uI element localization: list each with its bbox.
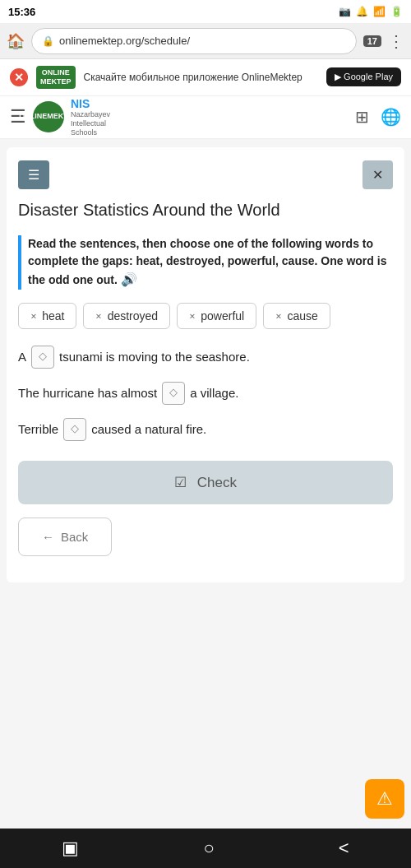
chip-powerful-cross: + <box>186 309 200 323</box>
chip-powerful[interactable]: + powerful <box>177 303 256 329</box>
sentence-1-after: tsunami is moving to the seashore. <box>59 347 250 367</box>
chip-heat-label: heat <box>42 309 64 323</box>
android-home-button[interactable]: ○ <box>203 838 214 859</box>
sentences-area: A ◇ tsunami is moving to the seashore. T… <box>18 346 393 441</box>
home-icon[interactable]: 🏠 <box>7 32 25 50</box>
back-button[interactable]: ← Back <box>18 518 112 556</box>
chip-destroyed-cross: + <box>92 309 106 323</box>
status-icons: 📷 🔔 📶 🔋 <box>339 6 403 17</box>
drop-target-2[interactable]: ◇ <box>162 382 185 405</box>
sentence-2: The hurricane has almost ◇ a village. <box>18 382 393 405</box>
drop-target-1[interactable]: ◇ <box>31 346 54 369</box>
globe-icon[interactable]: 🌐 <box>381 107 401 127</box>
android-nav-bar: ▣ ○ < <box>0 829 411 868</box>
status-bar: 15:36 📷 🔔 📶 🔋 <box>0 0 411 23</box>
grid-icon[interactable]: ⊞ <box>355 107 369 127</box>
nav-right: ⊞ 🌐 <box>355 107 401 127</box>
chip-powerful-label: powerful <box>201 309 244 323</box>
url-text: onlinemektep.org/schedule/ <box>59 35 190 47</box>
banner-close-button[interactable]: ✕ <box>10 68 28 86</box>
nav-bar: ☰ ONLINE MEKTEP NIS NazarbayevIntellectu… <box>0 96 411 139</box>
sentence-2-after: a village. <box>190 383 238 403</box>
page-title: Disaster Statistics Around the World <box>18 199 393 220</box>
check-label: Check <box>197 475 237 490</box>
sentence-3-after: caused a natural fire. <box>91 420 206 439</box>
chip-cause-cross: + <box>272 309 286 323</box>
sentence-1: A ◇ tsunami is moving to the seashore. <box>18 346 393 369</box>
instruction-text: Read the sentences, then choose one of t… <box>28 235 393 290</box>
back-arrow-icon: ← <box>42 530 54 544</box>
word-chips: + heat + destroyed + powerful + cause <box>18 303 393 329</box>
back-label: Back <box>61 530 88 544</box>
chip-destroyed[interactable]: + destroyed <box>83 303 170 329</box>
app-banner: ✕ ONLINE MEKTEP Скачайте мобильное прило… <box>0 59 411 96</box>
camera-icon: 📷 <box>339 6 351 17</box>
chip-cause[interactable]: + cause <box>263 303 330 329</box>
chip-cause-label: cause <box>287 309 317 323</box>
chip-heat-cross: + <box>27 309 41 323</box>
content-area: ☰ ✕ Disaster Statistics Around the World… <box>7 147 404 583</box>
check-button[interactable]: ☑ Check <box>18 461 393 504</box>
browser-bar: 🏠 🔒 onlinemektep.org/schedule/ 17 ⋮ <box>0 23 411 59</box>
battery-icon: 🔋 <box>390 6 403 17</box>
url-bar[interactable]: 🔒 onlinemektep.org/schedule/ <box>31 28 357 54</box>
android-back-button[interactable]: < <box>339 838 349 859</box>
sentence-3-before: Terrible <box>18 420 58 439</box>
nis-subtitle: NazarbayevIntellectualSchools <box>71 110 110 137</box>
close-button[interactable]: ✕ <box>363 160 393 189</box>
chip-heat[interactable]: + heat <box>18 303 76 329</box>
menu-button[interactable]: ☰ <box>18 160 49 189</box>
drop-target-3[interactable]: ◇ <box>63 418 86 441</box>
chip-destroyed-label: destroyed <box>108 309 158 323</box>
sentence-2-before: The hurricane has almost <box>18 383 157 403</box>
nis-logo: NIS NazarbayevIntellectualSchools <box>71 97 110 137</box>
lock-icon: 🔒 <box>42 35 54 47</box>
android-recents-button[interactable]: ▣ <box>62 838 79 859</box>
warning-icon: ⚠ <box>376 788 393 810</box>
banner-text: Скачайте мобильное приложение OnlineMekt… <box>84 72 319 83</box>
content-toolbar: ☰ ✕ <box>18 160 393 189</box>
banner-logo: ONLINE MEKTEP <box>36 66 76 89</box>
status-time: 15:36 <box>8 6 35 18</box>
sound-icon[interactable]: 🔊 <box>121 270 137 290</box>
check-icon: ☑ <box>174 475 187 490</box>
sentence-3: Terrible ◇ caused a natural fire. <box>18 418 393 441</box>
nav-left: ☰ ONLINE MEKTEP NIS NazarbayevIntellectu… <box>10 97 110 137</box>
browser-menu-icon[interactable]: ⋮ <box>388 31 404 51</box>
google-play-button[interactable]: ▶ Google Play <box>326 67 401 86</box>
sentence-1-before: A <box>18 347 26 367</box>
online-mektep-logo: ONLINE MEKTEP <box>33 101 64 132</box>
tab-badge[interactable]: 17 <box>363 35 381 47</box>
wifi-icon: 📶 <box>373 6 386 17</box>
alarm-icon: 🔔 <box>356 6 368 17</box>
warning-fab-button[interactable]: ⚠ <box>365 779 404 819</box>
